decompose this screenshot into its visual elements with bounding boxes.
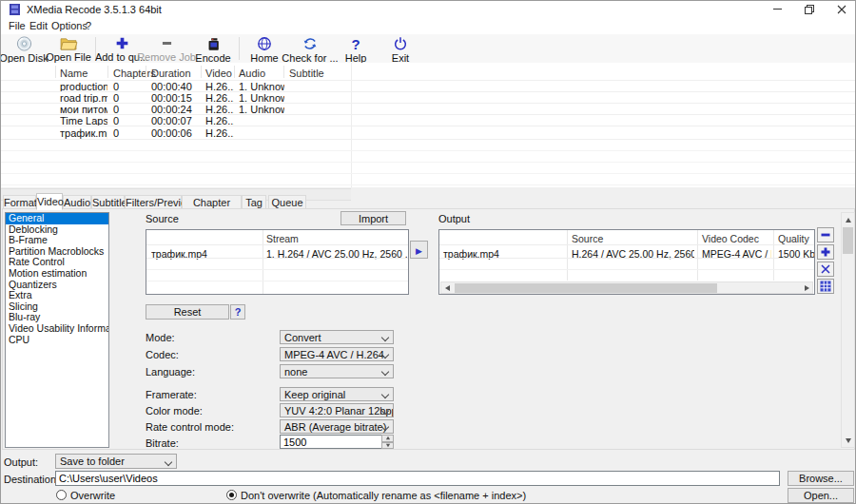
list-item-quantizers[interactable]: Quantizers xyxy=(6,280,108,291)
open-disk-button[interactable]: Open Disk xyxy=(3,36,45,61)
mode-select[interactable]: Convert xyxy=(280,330,394,344)
browse-button[interactable]: Browse... xyxy=(788,471,854,486)
bitrate-spin-down[interactable] xyxy=(381,442,394,450)
remove-stream-icon xyxy=(820,229,831,241)
framerate-select[interactable]: Keep original xyxy=(280,387,394,401)
chevron-down-icon xyxy=(165,458,172,466)
color-mode-label: Color mode: xyxy=(146,405,203,417)
source-table[interactable]: Stream трафик.mp4 1. H.264 / AVC 25.00 H… xyxy=(146,229,409,295)
page-vertical-scrollbar[interactable] xyxy=(841,212,855,448)
encode-icon xyxy=(205,36,221,51)
stream-delete-button[interactable] xyxy=(817,262,834,277)
scroll-down-arrow[interactable] xyxy=(846,438,851,443)
color-mode-select[interactable]: YUV 4:2:0 Planar 12bpp xyxy=(280,403,394,417)
globe-icon xyxy=(257,36,272,51)
check-updates-button[interactable]: Check for ... xyxy=(288,36,332,61)
menu-edit[interactable]: Edit xyxy=(29,20,48,31)
stream-matrix-button[interactable] xyxy=(817,279,834,294)
rate-control-select[interactable]: ABR (Average bitrate) xyxy=(280,419,394,434)
bitrate-input[interactable] xyxy=(280,435,382,449)
language-value: none xyxy=(284,366,307,378)
open-file-button[interactable]: Open File xyxy=(48,36,89,61)
list-item-cpu[interactable]: CPU xyxy=(6,335,108,346)
import-button[interactable]: Import xyxy=(340,211,406,225)
power-icon xyxy=(393,36,408,51)
app-window: XMedia Recode 3.5.1.3 64bit File Edit Op… xyxy=(0,0,856,504)
color-mode-value: YUV 4:2:0 Planar 12bpp xyxy=(284,405,394,417)
reset-button[interactable]: Reset xyxy=(146,304,229,320)
refresh-icon xyxy=(302,36,318,51)
list-item-extra[interactable]: Extra xyxy=(6,290,108,301)
exit-button[interactable]: Exit xyxy=(379,36,421,61)
destination-input[interactable] xyxy=(55,471,780,486)
cell-chapters: 0 xyxy=(113,127,142,139)
close-button[interactable] xyxy=(827,1,856,18)
codec-help-button[interactable]: ? xyxy=(230,304,245,320)
menu-file[interactable]: File xyxy=(9,20,26,31)
codec-label: Codec: xyxy=(146,349,179,360)
column-chapters[interactable]: Chapters xyxy=(113,68,156,79)
help-button[interactable]: ? Help xyxy=(335,36,377,61)
tab-queue[interactable]: Queue xyxy=(268,195,306,209)
output-mode-label: Output: xyxy=(4,456,38,468)
tab-tag[interactable]: Tag xyxy=(242,195,266,209)
video-settings-list: General Deblocking B-Frame Partition Mac… xyxy=(5,212,109,448)
list-item-partition[interactable]: Partition Macroblocks xyxy=(6,246,108,258)
table-row-selected[interactable]: трафик.mp4 0 00:00:06 H.26... xyxy=(1,127,351,139)
dont-overwrite-label[interactable]: Don't overwrite (Automatically rename as… xyxy=(241,490,526,501)
rate-control-value: ABR (Average bitrate) xyxy=(284,421,386,433)
play-preview-button[interactable]: ▶ xyxy=(410,241,428,259)
open-button[interactable]: Open... xyxy=(788,488,854,503)
cell-video: H.26... xyxy=(205,127,234,139)
list-item-rate-control[interactable]: Rate Control xyxy=(6,257,108,268)
column-subtitle[interactable]: Subtitle xyxy=(289,68,324,79)
list-item-bluray[interactable]: Blu-ray xyxy=(6,312,108,323)
question-icon: ? xyxy=(351,36,360,51)
home-button[interactable]: Home xyxy=(243,36,285,61)
scrollbar-thumb[interactable] xyxy=(843,227,853,254)
output-mode-select[interactable]: Save to folder xyxy=(55,454,177,469)
scroll-left-arrow[interactable] xyxy=(445,285,450,291)
language-select[interactable]: none xyxy=(280,364,394,378)
chevron-down-icon xyxy=(381,334,389,341)
framerate-label: Framerate: xyxy=(146,389,197,400)
menu-help[interactable]: ? xyxy=(86,20,91,31)
scrollbar-thumb[interactable] xyxy=(455,283,717,293)
stream-add-button[interactable] xyxy=(817,244,834,260)
restore-button[interactable] xyxy=(794,1,825,18)
mode-value: Convert xyxy=(284,332,321,343)
bitrate-spin-up[interactable] xyxy=(381,435,394,442)
tab-subtitle[interactable]: Subtitle xyxy=(91,195,125,209)
scroll-right-arrow[interactable] xyxy=(805,285,809,291)
list-item-motion[interactable]: Motion estimation xyxy=(6,268,108,280)
source-stream-column: Stream xyxy=(266,233,299,244)
list-item-deblocking[interactable]: Deblocking xyxy=(6,224,108,236)
encode-button[interactable]: Encode xyxy=(192,36,234,61)
output-table[interactable]: Source Video Codec Quality трафик.mp4 H.… xyxy=(438,229,815,295)
menu-options[interactable]: Options xyxy=(51,20,88,31)
output-label: Output xyxy=(438,213,470,224)
column-name[interactable]: Name xyxy=(60,68,88,79)
folder-icon xyxy=(60,36,78,50)
tab-filters-preview[interactable]: Filters/Preview xyxy=(125,195,182,209)
list-item-slicing[interactable]: Slicing xyxy=(6,301,108,313)
overwrite-radio[interactable] xyxy=(56,490,67,500)
column-video[interactable]: Video xyxy=(205,68,232,79)
list-item-vui[interactable]: Video Usability Information xyxy=(6,323,108,335)
column-audio[interactable]: Audio xyxy=(239,68,265,79)
output-horizontal-scrollbar[interactable] xyxy=(440,281,813,294)
column-duration[interactable]: Duration xyxy=(151,68,191,79)
codec-select[interactable]: MPEG-4 AVC / H.264 xyxy=(280,347,394,361)
stream-remove-button[interactable] xyxy=(817,227,834,242)
tab-audio[interactable]: Audio xyxy=(63,195,91,209)
mode-label: Mode: xyxy=(146,332,175,343)
tab-video[interactable]: Video xyxy=(36,193,63,210)
minimize-button[interactable] xyxy=(762,1,792,18)
list-item-general[interactable]: General xyxy=(6,213,108,224)
list-item-bframe[interactable]: B-Frame xyxy=(6,235,108,246)
dont-overwrite-radio[interactable] xyxy=(226,490,237,500)
tab-chapter-editor[interactable]: Chapter Editor xyxy=(182,195,242,209)
tab-format[interactable]: Format xyxy=(3,195,36,209)
overwrite-label[interactable]: Overwrite xyxy=(70,490,115,501)
scroll-up-arrow[interactable] xyxy=(846,218,851,223)
